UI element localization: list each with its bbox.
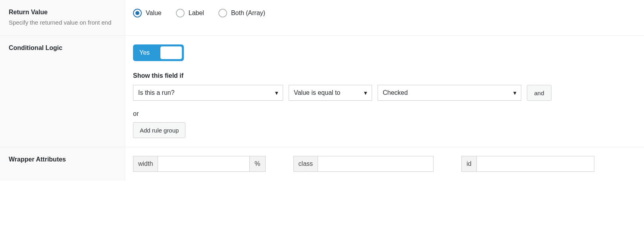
wrapper-id-label: id (462, 156, 476, 171)
wrapper-title: Wrapper Attributes (9, 156, 118, 163)
rule-field-select[interactable]: Is this a run? (133, 85, 283, 101)
add-rule-group-button[interactable]: Add rule group (133, 122, 185, 138)
wrapper-width-suffix: % (249, 156, 265, 171)
return-value-description: Specify the returned value on front end (9, 18, 118, 27)
wrapper-id-group: id (461, 156, 594, 172)
row-conditional-logic: Conditional Logic Yes Show this field if… (0, 35, 644, 147)
radio-label: Both (Array) (231, 10, 265, 17)
rule-operator-select[interactable]: Value is equal to (289, 85, 372, 101)
input-cell-return-value: Value Label Both (Array) (125, 0, 644, 35)
label-cell-conditional-logic: Conditional Logic (0, 36, 125, 147)
rule-row: Is this a run? ▼ Value is equal to ▼ Che… (133, 85, 636, 101)
radio-label: Value (146, 10, 162, 17)
rule-value-value: Checked (383, 89, 408, 96)
label-cell-return-value: Return Value Specify the returned value … (0, 0, 125, 35)
wrapper-width-label: width (133, 156, 158, 171)
wrapper-id-input[interactable] (477, 156, 594, 171)
rule-operator-value: Value is equal to (294, 89, 340, 96)
radio-icon (133, 9, 142, 17)
radio-icon (176, 9, 185, 17)
radio-icon (218, 9, 227, 17)
wrapper-attr-row: width % class id (133, 156, 636, 172)
toggle-label: Yes (139, 49, 150, 56)
return-value-radio-value[interactable]: Value (133, 9, 162, 17)
conditional-logic-title: Conditional Logic (9, 44, 118, 52)
return-value-radio-label[interactable]: Label (176, 9, 204, 17)
wrapper-class-input[interactable] (318, 156, 433, 171)
label-cell-wrapper: Wrapper Attributes (0, 147, 125, 181)
row-wrapper-attributes: Wrapper Attributes width % class id (0, 147, 644, 181)
wrapper-class-group: class (293, 156, 434, 172)
and-button[interactable]: and (527, 85, 551, 101)
wrapper-width-group: width % (133, 156, 266, 172)
wrapper-class-label: class (294, 156, 318, 171)
wrapper-width-input[interactable] (158, 156, 249, 171)
rule-field-value: Is this a run? (138, 89, 175, 96)
toggle-knob (160, 46, 182, 59)
input-cell-conditional-logic: Yes Show this field if Is this a run? ▼ … (125, 36, 644, 147)
return-value-radio-group: Value Label Both (Array) (133, 9, 636, 17)
conditional-logic-toggle[interactable]: Yes (133, 44, 184, 61)
show-if-heading: Show this field if (133, 72, 636, 79)
or-label: or (133, 110, 636, 117)
radio-label: Label (189, 10, 204, 17)
rule-value-select[interactable]: Checked (378, 85, 521, 101)
row-return-value: Return Value Specify the returned value … (0, 0, 644, 35)
return-value-radio-both[interactable]: Both (Array) (218, 9, 265, 17)
input-cell-wrapper: width % class id (125, 147, 644, 181)
return-value-title: Return Value (9, 9, 118, 16)
